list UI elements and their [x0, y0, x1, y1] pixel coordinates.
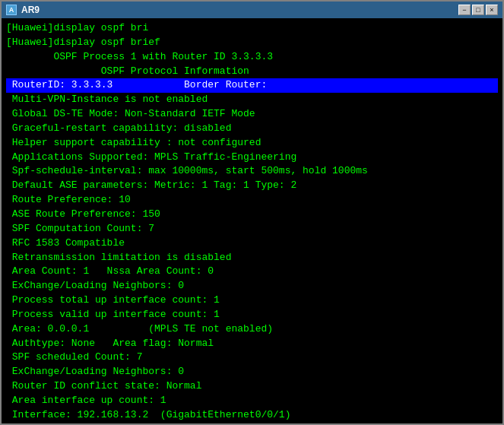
- close-button[interactable]: ×: [486, 5, 498, 15]
- terminal-line: Multi-VPN-Instance is not enabled: [6, 93, 498, 107]
- minimize-button[interactable]: −: [458, 5, 471, 15]
- title-bar-left: A AR9: [6, 5, 40, 15]
- terminal-line: Router ID conflict state: Normal: [6, 379, 498, 394]
- terminal-line: Area: 0.0.0.1 (MPLS TE not enabled): [6, 322, 498, 337]
- terminal-line: Default ASE parameters: Metric: 1 Tag: 1…: [6, 179, 498, 193]
- terminal-line: SPF Computation Count: 7: [6, 222, 498, 236]
- terminal-line: Area interface up count: 1: [6, 394, 498, 408]
- terminal-line: Graceful-restart capability: disabled: [6, 122, 498, 136]
- terminal-line: SPF scheduled Count: 7: [6, 350, 498, 365]
- terminal-line: Spf-schedule-interval: max 10000ms, star…: [6, 164, 498, 179]
- terminal-line: Global DS-TE Mode: Non-Standard IETF Mod…: [6, 107, 498, 122]
- app-icon: A: [6, 5, 17, 15]
- terminal-line: Helper support capability : not configur…: [6, 136, 498, 151]
- window-title: AR9: [21, 5, 40, 15]
- terminal-line: [Huawei]display ospf bri: [6, 21, 498, 36]
- terminal-line: RFC 1583 Compatible: [6, 236, 498, 251]
- terminal-line: Cost: 1 State: DR Type: Broadcast MTU: 1…: [6, 423, 498, 423]
- terminal-line: Applications Supported: MPLS Traffic-Eng…: [6, 151, 498, 165]
- terminal-line: OSPF Protocol Information: [6, 65, 498, 79]
- window: A AR9 − □ × [Huawei]display ospf bri[Hua…: [0, 0, 504, 425]
- title-bar: A AR9 − □ ×: [2, 2, 502, 18]
- terminal-line: RouterID: 3.3.3.3 Border Router:: [6, 78, 498, 93]
- terminal-line: Authtype: None Area flag: Normal: [6, 337, 498, 351]
- terminal-line: ExChange/Loading Neighbors: 0: [6, 365, 498, 379]
- terminal-line: Area Count: 1 Nssa Area Count: 0: [6, 265, 498, 279]
- title-buttons: − □ ×: [458, 5, 498, 15]
- terminal-line: OSPF Process 1 with Router ID 3.3.3.3: [6, 50, 498, 65]
- terminal-line: Retransmission limitation is disabled: [6, 251, 498, 265]
- terminal-line: [Huawei]display ospf brief: [6, 36, 498, 50]
- terminal-line: Interface: 192.168.13.2 (GigabitEthernet…: [6, 408, 498, 423]
- terminal-line: Route Preference: 10: [6, 193, 498, 208]
- terminal-line: ExChange/Loading Neighbors: 0: [6, 279, 498, 293]
- terminal-line: Process total up interface count: 1: [6, 293, 498, 308]
- terminal-line: Process valid up interface count: 1: [6, 308, 498, 322]
- maximize-button[interactable]: □: [472, 5, 484, 15]
- terminal-output: [Huawei]display ospf bri[Huawei]display …: [2, 18, 502, 423]
- terminal-line: ASE Route Preference: 150: [6, 208, 498, 222]
